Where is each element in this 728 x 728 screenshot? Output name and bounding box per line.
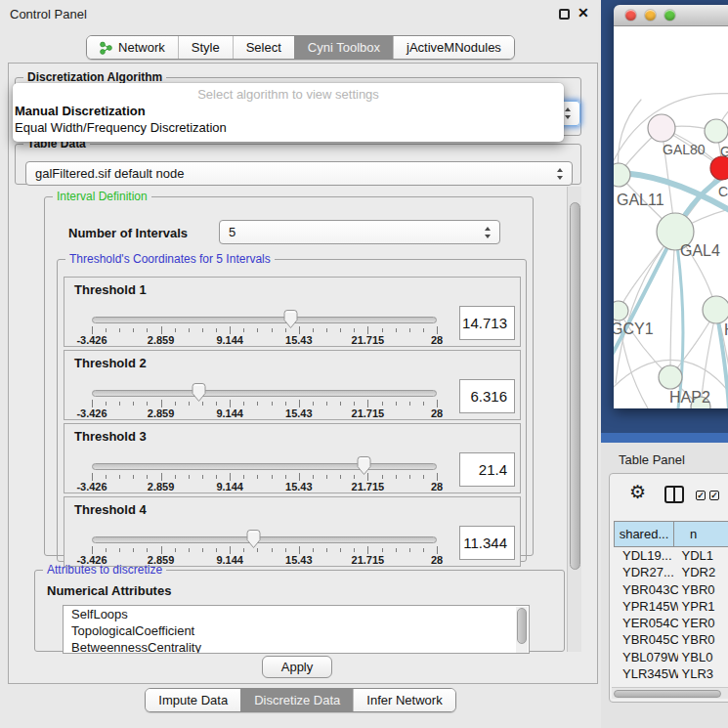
tab-infer-network[interactable]: Infer Network xyxy=(353,689,454,711)
tab-cyni-toolbox[interactable]: Cyni Toolbox xyxy=(294,36,393,59)
table-rows: YDL19...YDL1YDR27...YDR2YBR043CYBR0YPR14… xyxy=(614,547,728,685)
table-row[interactable]: YDR27...YDR2 xyxy=(614,564,728,580)
table-cell[interactable]: YDL19... xyxy=(614,547,678,564)
threshold-value-field[interactable]: 6.316 xyxy=(459,379,515,413)
slider-track[interactable] xyxy=(92,463,437,470)
table-cell[interactable]: YER0 xyxy=(678,615,728,631)
threshold-panel: Threshold 3 -3.4262.8599.14415.4321.7152… xyxy=(64,423,521,493)
close-traffic-light-icon[interactable] xyxy=(625,10,636,21)
number-of-intervals-combobox[interactable]: 5 xyxy=(219,220,500,244)
checkbox-icon[interactable]: ✓ xyxy=(709,491,719,500)
network-node[interactable] xyxy=(614,163,630,187)
slider-track[interactable] xyxy=(92,317,437,323)
network-node[interactable] xyxy=(703,296,728,323)
float-window-icon[interactable] xyxy=(559,9,570,20)
table-row[interactable]: YIL052CYIL0 xyxy=(614,682,728,685)
network-node[interactable] xyxy=(659,365,682,389)
checkbox-icon[interactable]: ✓ xyxy=(696,491,706,500)
table-cell[interactable]: YIL0 xyxy=(678,682,728,685)
table-cell[interactable]: YDR2 xyxy=(678,564,728,580)
table-cell[interactable]: YBL079W xyxy=(614,649,678,665)
table-header-name[interactable]: n xyxy=(674,522,728,546)
table-header-shared-name[interactable]: shared... xyxy=(615,522,674,546)
table-row[interactable]: YDL19...YDL1 xyxy=(614,547,728,564)
tab-jactivemnodules[interactable]: jActiveMNodules xyxy=(393,36,514,59)
table-header-row: shared... n xyxy=(614,521,728,547)
stepper-arrows-icon xyxy=(557,168,564,180)
attribute-list-item[interactable]: BetweennessCentrality xyxy=(64,639,529,654)
table-cell[interactable]: YPR1 xyxy=(678,598,728,615)
split-columns-icon[interactable] xyxy=(664,486,684,503)
table-row[interactable]: YBR045CYBR0 xyxy=(614,631,728,648)
network-node[interactable] xyxy=(705,119,728,143)
table-row[interactable]: YER054CYER0 xyxy=(614,615,728,631)
algorithm-option-equal-width[interactable]: Equal Width/Frequency Discretization xyxy=(13,119,564,136)
numerical-attributes-list[interactable]: SelfLoopsTopologicalCoefficientBetweenne… xyxy=(63,605,530,654)
tab-discretize-data[interactable]: Discretize Data xyxy=(240,689,353,711)
table-row[interactable]: YBL079WYBL0 xyxy=(614,649,728,665)
tab-select[interactable]: Select xyxy=(233,36,294,59)
table-cell[interactable]: YPR145W xyxy=(614,598,678,615)
numerical-attributes-label: Numerical Attributes xyxy=(47,583,171,598)
network-node[interactable] xyxy=(614,301,628,321)
tab-label: Infer Network xyxy=(366,689,442,711)
table-row[interactable]: YLR345WYLR3 xyxy=(614,665,728,682)
table-cell[interactable]: YDL1 xyxy=(678,547,728,564)
tab-impute-data[interactable]: Impute Data xyxy=(146,689,240,711)
slider-tick-label: 21.715 xyxy=(352,407,385,419)
minimize-traffic-light-icon[interactable] xyxy=(645,10,656,21)
tab-network[interactable]: Network xyxy=(87,36,178,59)
panel-vertical-scrollbar-thumb[interactable] xyxy=(570,202,580,570)
table-cell[interactable]: YBR0 xyxy=(678,581,728,598)
table-row[interactable]: YBR043CYBR0 xyxy=(614,581,728,598)
tab-label: Cyni Toolbox xyxy=(308,36,380,59)
attributes-list-scrollbar[interactable] xyxy=(516,607,528,654)
attribute-list-item[interactable]: SelfLoops xyxy=(64,606,529,622)
table-horizontal-scrollbar[interactable] xyxy=(612,687,728,699)
right-region: GAL80GCGAL11GAL4HGCY1HAP2 Table Panel ⚙︎… xyxy=(601,0,728,728)
close-icon[interactable]: ✕ xyxy=(578,5,589,21)
threshold-panel: Threshold 4 -3.4262.8599.14415.4321.7152… xyxy=(64,496,521,567)
table-cell[interactable]: YDR27... xyxy=(614,564,678,580)
slider-track[interactable] xyxy=(92,390,437,397)
network-node[interactable] xyxy=(710,156,728,180)
screen: Control Panel ✕ NetworkStyleSelectCyni T… xyxy=(0,0,728,728)
interval-definition-group: Interval Definition Number of Intervals … xyxy=(44,191,534,556)
table-horizontal-scrollbar-thumb[interactable] xyxy=(614,690,721,698)
table-cell[interactable]: YBR045C xyxy=(614,631,678,648)
threshold-value-field[interactable]: 11.344 xyxy=(459,526,515,560)
table-cell[interactable]: YLR345W xyxy=(614,665,678,682)
network-canvas[interactable]: GAL80GCGAL11GAL4HGCY1HAP2 xyxy=(614,26,728,408)
table-cell[interactable]: YIL052C xyxy=(614,682,678,685)
table-cell[interactable]: YBR043C xyxy=(614,581,678,598)
number-of-intervals-label: Number of Intervals xyxy=(68,226,188,240)
slider-track[interactable] xyxy=(92,536,437,543)
gear-icon[interactable]: ⚙︎ xyxy=(629,483,646,501)
zoom-traffic-light-icon[interactable] xyxy=(664,10,675,21)
attribute-list-item[interactable]: TopologicalCoefficient xyxy=(64,622,529,639)
thresholds-group: Threshold's Coordinates for 5 Intervals … xyxy=(57,253,527,562)
threshold-value-field[interactable]: 21.4 xyxy=(459,452,515,487)
tab-label: jActiveMNodules xyxy=(407,36,501,59)
table-cell[interactable]: YLR3 xyxy=(678,665,728,682)
table-cell[interactable]: YER054C xyxy=(614,615,678,631)
discretization-algorithm-group-label: Discretization Algorithm xyxy=(23,71,166,83)
top-tab-row: NetworkStyleSelectCyni ToolboxjActiveMNo… xyxy=(0,35,601,60)
table-data-combobox[interactable]: galFiltered.sif default node xyxy=(25,161,573,186)
algorithm-option-manual[interactable]: Manual Discretization xyxy=(13,103,564,119)
apply-button[interactable]: Apply xyxy=(262,656,332,678)
splitter-highlight[interactable] xyxy=(601,433,728,443)
table-cell[interactable]: YBR0 xyxy=(678,631,728,648)
network-edge[interactable] xyxy=(670,232,675,377)
threshold-value-field[interactable]: 14.713 xyxy=(459,306,515,340)
attributes-list-scrollbar-thumb[interactable] xyxy=(517,608,527,644)
table-row[interactable]: YPR145WYPR1 xyxy=(614,598,728,615)
network-graph xyxy=(614,26,728,408)
table-cell[interactable]: YBL0 xyxy=(678,649,728,665)
network-node[interactable] xyxy=(648,114,675,142)
panel-vertical-scrollbar[interactable] xyxy=(567,187,581,652)
slider-tick-labels: -3.4262.8599.14415.4321.71528 xyxy=(92,334,437,346)
algorithm-placeholder-option[interactable]: Select algorithm to view settings xyxy=(13,86,564,103)
tab-style[interactable]: Style xyxy=(178,36,233,59)
network-window-titlebar xyxy=(614,5,728,26)
